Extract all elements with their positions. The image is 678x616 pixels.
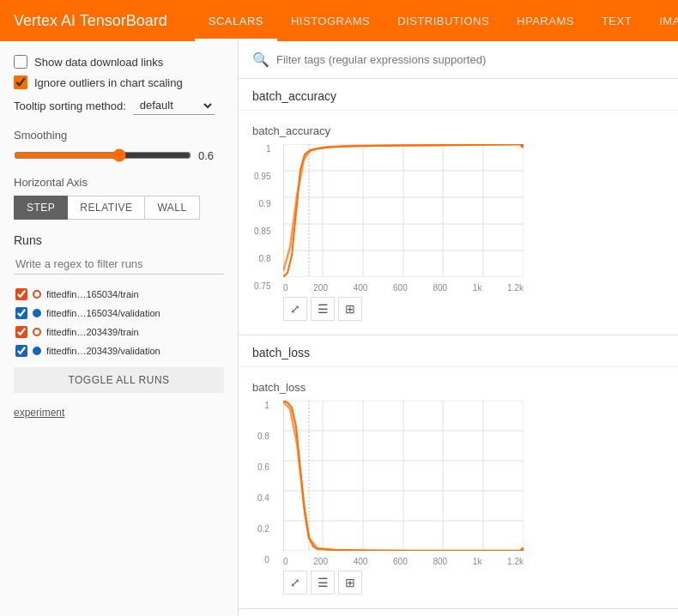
tooltip-sorting-label: Tooltip sorting method: [14,100,126,112]
run-1-checkbox[interactable] [15,288,27,300]
run-4-name: fittedfin…203439/validation [46,346,160,356]
display-options: Show data download links Ignore outliers… [14,55,224,115]
batch-accuracy-toolbar: ⤢ ☰ ⊞ [283,297,664,321]
tab-scalars[interactable]: SCALARS [195,0,277,41]
ignore-outliers-checkbox[interactable] [14,75,27,89]
ignore-outliers-row[interactable]: Ignore outliers in chart scaling [14,75,224,89]
tag-filter-input[interactable] [276,53,664,66]
axis-buttons: STEP RELATIVE WALL [14,196,224,220]
epoch-accuracy-section: epoch_accuracy [239,609,678,616]
main-nav: SCALARS HISTOGRAMS DISTRIBUTIONS HPARAMS… [195,0,678,41]
batch-loss-chart-title: batch_loss [252,381,664,394]
tab-histograms[interactable]: HISTOGRAMS [277,0,384,41]
smoothing-section: Smoothing 0.6 [14,129,224,162]
batch-loss-toolbar: ⤢ ☰ ⊞ [283,571,664,595]
batch-loss-svg-wrap: 1 0.8 0.6 0.4 0.2 0 [283,401,524,566]
run-4-dot [33,347,41,355]
batch-loss-y-axis: 1 0.8 0.6 0.4 0.2 0 [257,401,269,566]
app-title: Vertex AI TensorBoard [14,12,167,30]
search-icon: 🔍 [252,51,269,68]
smoothing-slider[interactable] [14,148,191,162]
ignore-outliers-label: Ignore outliers in chart scaling [34,76,183,89]
batch-accuracy-section: batch_accuracy batch_accuracy 1 0.95 0.9… [239,79,678,335]
app-header: Vertex AI TensorBoard SCALARS HISTOGRAMS… [0,0,678,41]
run-item-4[interactable]: fittedfin…203439/validation [14,341,224,360]
horizontal-axis-section: Horizontal Axis STEP RELATIVE WALL [14,176,224,220]
expand-loss-chart-button[interactable]: ⤢ [283,571,307,595]
run-4-checkbox[interactable] [15,345,27,357]
batch-accuracy-chart-wrapper: 1 0.95 0.9 0.85 0.8 0.75 [283,144,664,293]
epoch-accuracy-header: epoch_accuracy [239,609,678,616]
tab-hparams[interactable]: HPARAMS [503,0,588,41]
layout: Show data download links Ignore outliers… [0,41,678,616]
smoothing-label: Smoothing [14,129,224,142]
svg-point-14 [520,144,524,148]
run-2-dot [33,309,41,317]
show-data-download-row[interactable]: Show data download links [14,55,224,69]
download-button[interactable]: ⊞ [338,297,362,321]
loss-data-table-button[interactable]: ☰ [311,571,335,595]
show-data-download-checkbox[interactable] [14,55,27,69]
batch-accuracy-svg [283,144,524,277]
batch-loss-svg [283,401,524,551]
runs-filter-input[interactable] [14,254,224,275]
tab-text[interactable]: TEXT [588,0,645,41]
batch-accuracy-chart-container: batch_accuracy 1 0.95 0.9 0.85 0.8 0.75 [239,111,678,335]
runs-section: Runs fittedfin…165034/train fittedfin…16… [14,233,224,393]
smoothing-row: 0.6 [14,148,224,162]
batch-accuracy-header: batch_accuracy [239,79,678,111]
run-3-dot [33,328,41,336]
run-2-name: fittedfin…165034/validation [46,308,160,318]
horizontal-axis-label: Horizontal Axis [14,176,224,189]
run-1-name: fittedfin…165034/train [46,289,139,299]
sidebar: Show data download links Ignore outliers… [0,41,239,616]
tooltip-sorting-row: Tooltip sorting method: default ascendin… [14,96,224,115]
run-3-checkbox[interactable] [15,326,27,338]
batch-accuracy-x-axis: 0 200 400 600 800 1k 1.2k [283,283,524,293]
run-item-2[interactable]: fittedfin…165034/validation [14,304,224,323]
main-content: 🔍 batch_accuracy batch_accuracy 1 0.95 0… [239,41,678,616]
batch-loss-x-axis: 0 200 400 600 800 1k 1.2k [283,557,524,566]
loss-download-button[interactable]: ⊞ [338,571,362,595]
batch-accuracy-svg-wrap: 1 0.95 0.9 0.85 0.8 0.75 [283,144,524,293]
run-3-name: fittedfin…203439/train [46,327,139,337]
data-table-button[interactable]: ☰ [311,297,335,321]
axis-wall-button[interactable]: WALL [145,196,199,220]
run-1-dot [33,290,41,299]
expand-chart-button[interactable]: ⤢ [283,297,307,321]
axis-step-button[interactable]: STEP [14,196,68,220]
batch-loss-chart-container: batch_loss 1 0.8 0.6 0.4 0.2 0 [239,367,678,608]
toggle-all-runs-button[interactable]: TOGGLE ALL RUNS [14,367,224,393]
smoothing-value: 0.6 [198,149,224,162]
tooltip-sorting-select[interactable]: default ascending descending nearest [133,96,215,115]
tab-distributions[interactable]: DISTRIBUTIONS [384,0,503,41]
experiment-link[interactable]: experiment [14,407,224,419]
run-item-3[interactable]: fittedfin…203439/train [14,323,224,341]
batch-loss-header: batch_loss [239,335,678,367]
search-bar: 🔍 [239,41,678,79]
runs-label: Runs [14,233,224,247]
batch-accuracy-y-axis: 1 0.95 0.9 0.85 0.8 0.75 [254,144,270,293]
run-item-1[interactable]: fittedfin…165034/train [14,285,224,304]
batch-loss-chart-wrapper: 1 0.8 0.6 0.4 0.2 0 [283,401,664,567]
svg-point-29 [520,547,524,551]
batch-loss-section: batch_loss batch_loss 1 0.8 0.6 0.4 0.2 … [239,335,678,609]
run-2-checkbox[interactable] [15,307,27,319]
axis-relative-button[interactable]: RELATIVE [68,196,145,220]
batch-accuracy-chart-title: batch_accuracy [252,124,664,137]
tab-images[interactable]: IMAGES [645,0,678,41]
show-data-download-label: Show data download links [34,56,163,69]
